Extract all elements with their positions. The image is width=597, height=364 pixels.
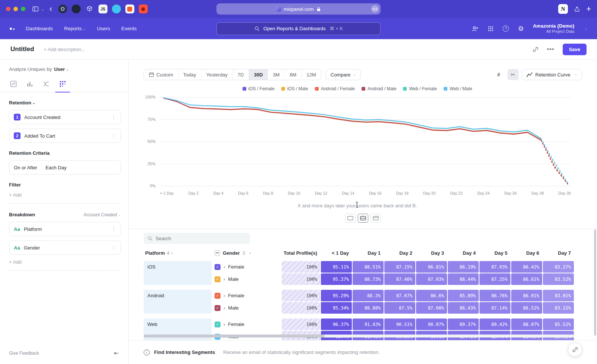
new-tab-icon[interactable]: + — [586, 4, 591, 14]
extension-dark-icon[interactable] — [72, 4, 81, 13]
chevron-right-icon[interactable]: › — [224, 305, 225, 311]
total-profiles-cell[interactable]: 100% — [282, 290, 320, 301]
retention-cell[interactable]: 86.76% — [479, 290, 510, 301]
extension-cyan-icon[interactable] — [112, 4, 121, 13]
retention-cell[interactable]: 87.15% — [384, 261, 415, 273]
chevron-right-icon[interactable]: › — [224, 276, 225, 282]
row-checkbox[interactable]: ✓ — [215, 264, 221, 270]
slice-icon-button[interactable]: ✂ — [507, 69, 519, 80]
table-search-input[interactable] — [156, 236, 238, 241]
retention-cell[interactable]: 95.34% — [321, 302, 352, 314]
vertical-scrollbar[interactable] — [594, 229, 596, 336]
retention-cell[interactable]: 86.43% — [448, 302, 479, 314]
select-all-checkbox[interactable] — [215, 250, 220, 256]
view-chart-only-button[interactable] — [345, 214, 356, 223]
platform-cell[interactable]: Android — [144, 290, 212, 314]
retention-cell[interactable]: 83.52% — [543, 273, 574, 285]
tab-flows-icon[interactable] — [43, 80, 50, 88]
retention-cell[interactable]: 86.01% — [511, 290, 542, 301]
retention-cell[interactable]: 86.6% — [416, 290, 447, 301]
row-checkbox[interactable]: ✓ — [215, 305, 221, 311]
retention-cell[interactable]: 96.37% — [321, 318, 352, 330]
retention-cell[interactable]: 83.22% — [543, 302, 574, 314]
retention-cell[interactable]: 95.11% — [321, 261, 352, 273]
help-icon[interactable]: ? — [503, 25, 509, 32]
legend-item[interactable]: iOS / Female — [243, 86, 275, 91]
retention-cell[interactable]: 86.42% — [511, 261, 542, 273]
breakdown-scope-dropdown[interactable]: Account Created⌄ — [84, 212, 121, 217]
legend-item[interactable]: iOS / Male — [281, 86, 308, 91]
nav-events[interactable]: Events — [121, 26, 137, 31]
retention-cell[interactable]: 88.51% — [353, 261, 384, 273]
legend-item[interactable]: Android / Female — [315, 86, 355, 91]
retention-section-title[interactable]: Retention⌄ — [9, 100, 121, 106]
mixpanel-logo[interactable] — [10, 28, 15, 30]
total-profiles-cell[interactable]: 100% — [282, 261, 320, 273]
retention-chart[interactable]: 100%75%50%25%0% < 1 DayDay 2Day 4Day 6Da… — [144, 95, 571, 197]
account-switcher[interactable]: Amazonia {Demo} All Project Data — [533, 23, 574, 34]
add-filter-button[interactable]: + Add — [9, 192, 121, 204]
add-description-button[interactable]: + Add description... — [44, 47, 85, 52]
compare-button[interactable]: Compare⌄ — [326, 69, 361, 80]
chart-type-dropdown[interactable]: Retention Curve⌄ — [522, 69, 582, 80]
retention-cell[interactable]: 89.42% — [479, 318, 510, 330]
window-minimize-button[interactable] — [13, 7, 18, 11]
retention-step-1[interactable]: 1 Account Created ⋮ — [9, 110, 121, 124]
hash-icon-button[interactable]: # — [493, 69, 504, 80]
report-title[interactable]: Untitled — [10, 46, 34, 53]
retention-cell[interactable]: 83.27% — [543, 261, 574, 273]
view-table-only-button[interactable] — [371, 214, 381, 223]
retention-cell[interactable]: 87.03% — [416, 273, 447, 285]
retention-criteria-selector[interactable]: On or After Each Day — [9, 160, 121, 175]
legend-item[interactable]: Web / Female — [403, 86, 437, 91]
retention-cell[interactable]: 95.29% — [321, 290, 352, 301]
retention-cell[interactable]: 95.37% — [321, 273, 352, 285]
range-custom[interactable]: Custom — [144, 69, 178, 80]
retention-step-2[interactable]: 2 Added To Cart ⋮ — [9, 129, 121, 143]
retention-cell[interactable]: 90.51% — [384, 318, 415, 330]
retention-cell[interactable]: 90.07% — [416, 318, 447, 330]
retention-cell[interactable]: 91.43% — [353, 318, 384, 330]
row-checkbox[interactable]: ✓ — [215, 276, 221, 282]
chevron-right-icon[interactable]: › — [224, 293, 225, 298]
chevron-right-icon[interactable]: › — [224, 264, 225, 270]
step-options-icon[interactable]: ⋮ — [111, 114, 116, 120]
range-7d[interactable]: 7D — [233, 69, 249, 80]
range-12m[interactable]: 12M — [301, 69, 321, 80]
tab-insights-icon[interactable] — [10, 80, 17, 88]
address-bar[interactable]: mixpanel.com ••• — [216, 3, 381, 15]
find-segments-link[interactable]: Find Interesting Segments — [154, 349, 215, 355]
more-options-button[interactable]: ••• — [547, 46, 554, 53]
retention-cell[interactable]: 87.07% — [384, 290, 415, 301]
retention-cell[interactable]: 87.03% — [479, 261, 510, 273]
retention-cell[interactable]: 87.25% — [479, 273, 510, 285]
chevron-right-icon[interactable]: › — [224, 321, 225, 327]
retention-cell[interactable]: 89.37% — [448, 318, 479, 330]
platform-cell[interactable]: Web — [144, 318, 212, 342]
legend-item[interactable]: Android / Male — [362, 86, 396, 91]
tab-funnels-icon[interactable] — [26, 80, 34, 88]
view-chart-and-table-button[interactable] — [358, 214, 368, 223]
share-icon[interactable] — [574, 6, 580, 12]
retention-cell[interactable]: 88.88% — [353, 302, 384, 314]
back-icon[interactable]: ‹ — [49, 5, 52, 13]
retention-cell[interactable]: 87.5% — [384, 302, 415, 314]
platform-cell[interactable]: iOS — [144, 261, 212, 285]
extension-cube-icon[interactable] — [85, 4, 94, 13]
breakdown-options-icon[interactable]: ⋮ — [111, 226, 116, 232]
range-yesterday[interactable]: Yesterday — [201, 69, 233, 80]
retention-cell[interactable]: 86.52% — [511, 302, 542, 314]
apps-grid-icon[interactable] — [488, 26, 494, 32]
analyze-entity-dropdown[interactable]: User⌄ — [54, 66, 69, 72]
tab-retention-icon[interactable] — [59, 80, 66, 88]
criteria-mode[interactable]: On or After — [14, 165, 37, 170]
retention-cell[interactable]: 87.46% — [384, 273, 415, 285]
retention-cell[interactable]: 88.3% — [353, 290, 384, 301]
share-link-fab[interactable] — [568, 342, 582, 357]
retention-line-chart[interactable] — [160, 95, 571, 188]
retention-cell[interactable]: 86.44% — [448, 273, 479, 285]
url-more-button[interactable]: ••• — [371, 5, 379, 13]
retention-cell[interactable]: 88.07% — [511, 318, 542, 330]
retention-cell[interactable]: 86.81% — [416, 261, 447, 273]
breakdown-options-icon[interactable]: ⋮ — [111, 245, 116, 251]
